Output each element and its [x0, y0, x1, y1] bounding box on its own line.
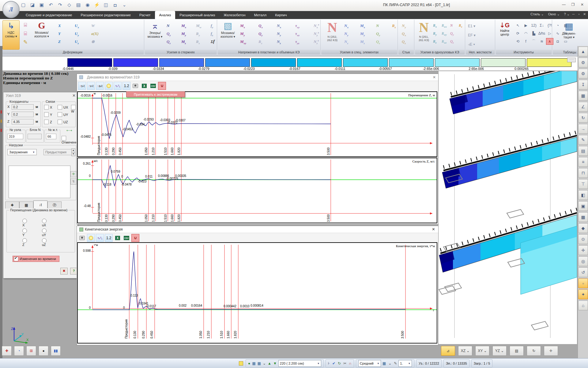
- result-letter-button[interactable]: Qz: [167, 39, 178, 45]
- maximize-button[interactable]: ❐: [569, 1, 577, 8]
- swap-arrows-icon[interactable]: ⇠⇢: [66, 128, 72, 132]
- scale-color-box[interactable]: [113, 58, 158, 67]
- result-letter-button[interactable]: ⊗: [91, 39, 105, 45]
- dynamics-window-titlebar[interactable]: Динамика во времениУзел 319 ✕: [77, 74, 438, 81]
- scale-button[interactable]: 1.2: [123, 82, 130, 90]
- check-icon[interactable]: ✔: [332, 361, 335, 366]
- copy-grid-icon[interactable]: ▣: [578, 201, 588, 211]
- time-change-checkbox[interactable]: Изменения во времени: [13, 256, 59, 262]
- scale-color-box[interactable]: [205, 58, 250, 67]
- kinetic-close-icon[interactable]: ✕: [432, 227, 435, 232]
- result-letter-button[interactable]: Ry: [433, 32, 441, 36]
- model-3d-icon[interactable]: ◇: [66, 1, 73, 9]
- redo-icon[interactable]: ↷: [56, 1, 64, 9]
- half-view-icon[interactable]: ◧: [578, 190, 588, 200]
- ribbon-tab[interactable]: Кирпич: [271, 11, 291, 19]
- drift-ratio-icon[interactable]: Δ∕hs: [538, 30, 545, 37]
- find-center-button[interactable]: Найтицентр: [496, 29, 513, 36]
- history-spinner[interactable]: ▲ ▼: [71, 148, 75, 156]
- menu-item[interactable]: Стиль ⌄: [530, 12, 544, 16]
- snap-extrema-button[interactable]: ∩: [131, 234, 139, 242]
- node-panel-close-icon[interactable]: ✕: [72, 93, 76, 98]
- scale-color-box[interactable]: [389, 58, 434, 67]
- view-rotate-button[interactable]: ↻: [527, 346, 541, 356]
- mosaic-isofields-button[interactable]: G Мозаика/изополя ▾: [31, 20, 53, 49]
- jt-field[interactable]: [46, 134, 56, 139]
- dimension-icon[interactable]: ∠: [578, 102, 588, 112]
- result-letter-button[interactable]: Z: [58, 39, 72, 45]
- result-letter-button[interactable]: Rz: [196, 39, 208, 45]
- ribbon-tab[interactable]: Создание и редактирование: [21, 11, 77, 19]
- tab-loads[interactable]: Ⓟ: [47, 201, 62, 209]
- result-letter-button[interactable]: Mz: [360, 39, 373, 45]
- link-uz-checkbox[interactable]: [58, 120, 62, 124]
- target-icon[interactable]: ⊙: [578, 234, 588, 244]
- result-letter-button[interactable]: Mw: [196, 23, 208, 29]
- result-letter-button[interactable]: My: [181, 31, 193, 37]
- view-sheet-button[interactable]: ▤: [510, 346, 524, 356]
- ribbon-tab[interactable]: Расчет: [135, 11, 155, 19]
- stiffness-e-button[interactable]: ⫞E ▾: [468, 42, 492, 47]
- result-letter-button[interactable]: Rz: [258, 39, 274, 45]
- loads-listbox[interactable]: [9, 166, 70, 198]
- frame1-icon[interactable]: ⌸: [21, 21, 30, 29]
- palette-icon[interactable]: ▫: [578, 278, 588, 288]
- scale-color-box[interactable]: [67, 58, 112, 67]
- note-icon[interactable]: [239, 361, 243, 366]
- scale-color-box[interactable]: [297, 58, 342, 67]
- undo-view-icon[interactable]: ↺: [578, 267, 588, 277]
- kinetic-window-titlebar[interactable]: Кинетическая энергия ✕: [77, 226, 438, 233]
- dropdown-icon[interactable]: ⌄: [263, 361, 266, 366]
- list-icon[interactable]: ≡: [578, 157, 588, 167]
- link-uy-checkbox[interactable]: [58, 112, 62, 117]
- step-up-icon[interactable]: ▲: [268, 361, 271, 366]
- result-letter-button[interactable]: Ny: [277, 31, 292, 37]
- scale-color-box[interactable]: [435, 58, 480, 67]
- result-letter-button[interactable]: Ny: [344, 31, 357, 37]
- diamond-icon[interactable]: ◆: [578, 223, 588, 233]
- ruler-icon[interactable]: ⊦: [328, 361, 330, 366]
- formula-icon[interactable]: f: [522, 38, 530, 45]
- bars-icon[interactable]: ▤: [578, 146, 588, 156]
- highlight-button[interactable]: [105, 82, 113, 90]
- influence-line-icon[interactable]: ◠: [522, 30, 530, 37]
- dynamics-close-icon[interactable]: ✕: [433, 75, 436, 79]
- mosaic2-button[interactable]: ▧ Мозаика/изополя ▾: [218, 20, 238, 49]
- result-letter-button[interactable]: Ny: [402, 23, 411, 29]
- result-letter-button[interactable]: Qz: [376, 39, 389, 45]
- epures-button[interactable]: ⌅ Эпюры/мозаика ▾: [145, 20, 165, 49]
- result-letter-button[interactable]: Y: [58, 31, 72, 37]
- refresh-icon[interactable]: ↻: [338, 361, 341, 366]
- grid-icon[interactable]: ⊞: [26, 346, 36, 356]
- close-button[interactable]: ✕: [578, 1, 586, 8]
- edit-colors-icon[interactable]: ✎: [578, 135, 588, 145]
- view-xz-button[interactable]: XZ ⌄: [458, 346, 472, 356]
- mosaic-arrow-icon[interactable]: ▙: [530, 30, 537, 37]
- scale-button[interactable]: 1.2: [105, 234, 113, 242]
- result-letter-button[interactable]: Nz: [344, 39, 357, 45]
- result-letter-button[interactable]: Qx: [258, 23, 274, 29]
- big-n-icon[interactable]: N: [327, 20, 337, 35]
- kinetic-plot[interactable]: [77, 242, 437, 343]
- highlight-button[interactable]: [87, 234, 95, 242]
- result-letter-button[interactable]: Mx: [360, 23, 373, 29]
- ribbon-tab[interactable]: Железобетон: [219, 11, 250, 19]
- numbers-icon[interactable]: 12): [530, 22, 537, 29]
- snapshot-button[interactable]: [131, 82, 139, 90]
- grid2-icon[interactable]: ▦: [383, 361, 386, 366]
- result-letter-button[interactable]: Ry: [196, 31, 208, 37]
- result-letter-button[interactable]: Rux: [442, 24, 450, 28]
- stiffness-e1-button[interactable]: E1 ▾: [468, 24, 492, 28]
- apply-button[interactable]: ✛: [70, 171, 77, 177]
- excel-export-button[interactable]: X: [140, 82, 148, 90]
- coord-x-field[interactable]: [12, 104, 34, 110]
- stiffness-ef-button[interactable]: EF ▾: [468, 33, 492, 37]
- result-letter-button[interactable]: Qx: [402, 31, 411, 37]
- play-icon[interactable]: ●: [248, 361, 250, 366]
- result-letter-button[interactable]: Ruy: [442, 32, 450, 36]
- result-letter-button[interactable]: Mz: [181, 39, 193, 45]
- highlight-icon[interactable]: ✦: [578, 289, 588, 299]
- two-curves-button[interactable]: ∿²₁: [114, 82, 122, 90]
- result-letter-button[interactable]: Mxy: [240, 39, 255, 45]
- a-t-button[interactable]: ↑a-t: [96, 82, 104, 90]
